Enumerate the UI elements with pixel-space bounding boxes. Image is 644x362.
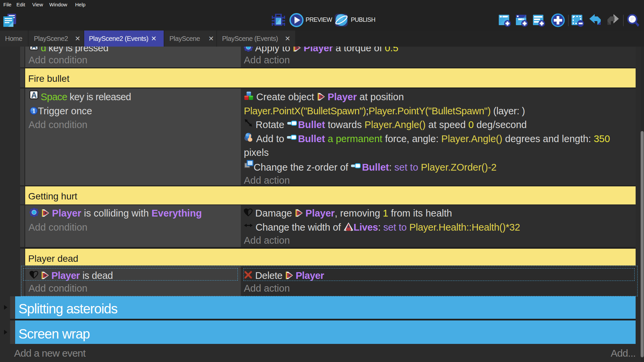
svg-text:1: 1 (32, 108, 35, 114)
svg-text:A: A (31, 91, 37, 100)
svg-text:A: A (31, 47, 37, 50)
